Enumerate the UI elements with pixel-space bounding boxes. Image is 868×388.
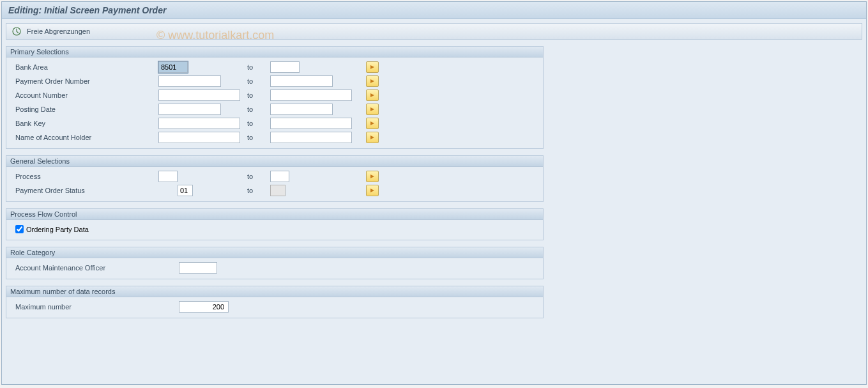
- to-label: to: [245, 134, 270, 141]
- multi-select-button[interactable]: [366, 61, 379, 73]
- row-bank-key: Bank Key to: [11, 116, 538, 130]
- holder-from-input[interactable]: [158, 132, 240, 143]
- account-to-input[interactable]: [270, 89, 352, 101]
- row-max-number: Maximum number: [11, 300, 538, 314]
- content-area: Primary Selections Bank Area to Payment …: [2, 46, 866, 318]
- row-account-number: Account Number to: [11, 88, 538, 102]
- process-from-input[interactable]: [158, 171, 178, 182]
- group-general-selections: General Selections Process to Payment Or…: [6, 155, 544, 202]
- po-status-to-input: [270, 185, 286, 196]
- max-number-input[interactable]: [179, 301, 229, 313]
- row-posting-date: Posting Date to: [11, 102, 538, 116]
- multi-select-button[interactable]: [366, 132, 379, 143]
- bank-key-to-input[interactable]: [270, 118, 352, 129]
- po-status-from-input[interactable]: [178, 185, 193, 196]
- to-label: to: [245, 120, 270, 127]
- group-role-category: Role Category Account Maintenance Office…: [6, 247, 544, 279]
- multi-select-button[interactable]: [366, 89, 379, 101]
- group-title-max: Maximum number of data records: [6, 286, 543, 297]
- app-toolbar: Freie Abgrenzungen: [6, 23, 862, 40]
- bank-area-from-input[interactable]: [158, 61, 188, 73]
- group-title-general: General Selections: [6, 156, 543, 167]
- label-account-maint-officer: Account Maintenance Officer: [11, 264, 179, 272]
- to-label: to: [245, 91, 270, 99]
- group-max-records: Maximum number of data records Maximum n…: [6, 286, 544, 318]
- label-ordering-party: Ordering Party Data: [26, 226, 89, 233]
- holder-to-input[interactable]: [270, 132, 352, 143]
- account-from-input[interactable]: [158, 89, 240, 101]
- page-title: Editing: Initial Screen Payment Order: [2, 2, 866, 19]
- label-account-holder: Name of Account Holder: [11, 134, 158, 141]
- group-title-role: Role Category: [6, 247, 543, 258]
- to-label: to: [245, 77, 270, 85]
- posting-date-from-input[interactable]: [158, 104, 221, 115]
- po-number-to-input[interactable]: [270, 75, 333, 87]
- account-maint-officer-input[interactable]: [179, 262, 217, 274]
- to-label: to: [245, 63, 270, 71]
- label-max-number: Maximum number: [11, 303, 179, 311]
- multi-select-button[interactable]: [366, 75, 379, 87]
- multi-select-button[interactable]: [366, 185, 379, 196]
- row-account-maint-officer: Account Maintenance Officer: [11, 261, 538, 275]
- group-primary-selections: Primary Selections Bank Area to Payment …: [6, 46, 544, 149]
- row-account-holder: Name of Account Holder to: [11, 130, 538, 144]
- process-to-input[interactable]: [270, 171, 289, 182]
- to-label: to: [245, 173, 270, 180]
- posting-date-to-input[interactable]: [270, 104, 333, 115]
- row-process: Process to: [11, 169, 538, 183]
- po-number-from-input[interactable]: [158, 75, 221, 87]
- to-label: to: [245, 187, 270, 194]
- to-label: to: [245, 105, 270, 113]
- bank-key-from-input[interactable]: [158, 118, 240, 129]
- group-process-flow-control: Process Flow Control Ordering Party Data: [6, 208, 544, 240]
- app-window: Editing: Initial Screen Payment Order Fr…: [1, 1, 867, 385]
- row-bank-area: Bank Area to: [11, 60, 538, 74]
- label-po-status: Payment Order Status: [11, 187, 158, 194]
- row-payment-order-number: Payment Order Number to: [11, 74, 538, 88]
- bank-area-to-input[interactable]: [270, 61, 300, 73]
- toolbar-item-freie[interactable]: Freie Abgrenzungen: [27, 27, 90, 35]
- row-ordering-party: Ordering Party Data: [11, 222, 538, 236]
- multi-select-button[interactable]: [366, 171, 379, 182]
- ordering-party-checkbox[interactable]: [15, 225, 24, 233]
- group-title-flow: Process Flow Control: [6, 209, 543, 220]
- multi-select-button[interactable]: [366, 118, 379, 129]
- label-bank-key: Bank Key: [11, 120, 158, 127]
- row-payment-order-status: Payment Order Status to: [11, 183, 538, 198]
- group-title-primary: Primary Selections: [6, 47, 543, 58]
- label-account-number: Account Number: [11, 91, 158, 99]
- execute-icon[interactable]: [11, 26, 22, 36]
- label-bank-area: Bank Area: [11, 63, 158, 71]
- label-posting-date: Posting Date: [11, 105, 158, 113]
- multi-select-button[interactable]: [366, 104, 379, 115]
- label-po-number: Payment Order Number: [11, 77, 158, 85]
- label-process: Process: [11, 173, 158, 180]
